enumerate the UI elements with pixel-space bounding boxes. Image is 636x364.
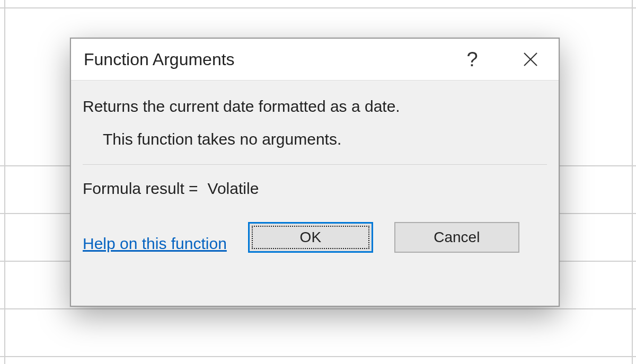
formula-result-row: Formula result = Volatile [83, 180, 547, 198]
help-icon: ? [466, 48, 478, 71]
dialog-title: Function Arguments [84, 50, 235, 69]
titlebar-close-button[interactable] [512, 39, 549, 80]
no-arguments-text: This function takes no arguments. [103, 130, 547, 148]
function-arguments-dialog: Function Arguments ? Returns the current… [70, 38, 560, 307]
dialog-titlebar: Function Arguments ? [71, 39, 559, 80]
ok-button-label: OK [300, 229, 321, 246]
cancel-button[interactable]: Cancel [394, 222, 519, 253]
dialog-footer: Help on this function OK Cancel [83, 222, 547, 253]
divider [83, 164, 547, 165]
formula-result-label: Formula result = [83, 180, 198, 198]
titlebar-help-button[interactable]: ? [454, 39, 491, 80]
function-description: Returns the current date formatted as a … [83, 97, 547, 116]
formula-result-value: Volatile [208, 180, 259, 198]
ok-button[interactable]: OK [248, 222, 373, 253]
dialog-body: Returns the current date formatted as a … [71, 80, 559, 306]
cancel-button-label: Cancel [434, 229, 480, 246]
close-icon [522, 51, 539, 68]
help-on-function-link[interactable]: Help on this function [83, 235, 227, 253]
